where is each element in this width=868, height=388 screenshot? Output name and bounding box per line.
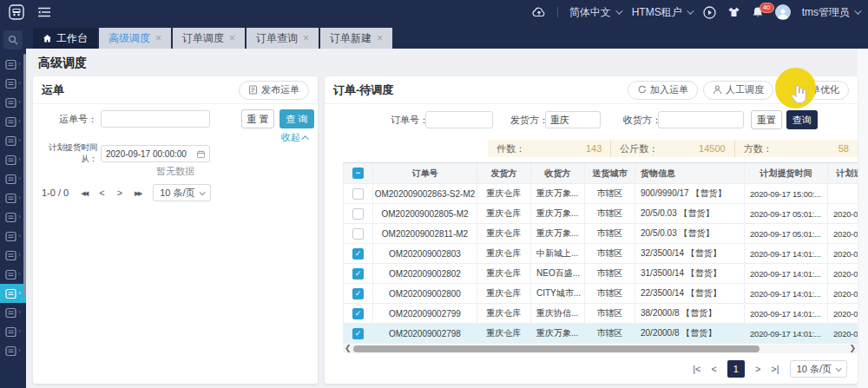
sidebar-search-button[interactable] — [3, 30, 23, 49]
pickup-time-input[interactable]: 2020-09-17 00:00:00 — [101, 145, 210, 162]
waybill-query-button[interactable]: 查 询 — [279, 109, 314, 128]
scroll-right-icon[interactable]: ❯ — [849, 344, 856, 352]
table-row[interactable]: ✓OM202009002800重庆仓库CITY城市...市辖区22/3500/1… — [344, 284, 858, 304]
publish-icon — [248, 85, 258, 95]
notifications-bell-icon[interactable]: 40 — [752, 6, 764, 18]
prev-page-button[interactable]: < — [99, 187, 104, 198]
sidebar-item-6[interactable]: › — [0, 150, 26, 169]
app-logo-truck-icon[interactable] — [8, 3, 25, 21]
sidebar-item-16[interactable]: › — [0, 341, 26, 360]
tab-close-icon[interactable]: × — [377, 32, 383, 44]
first-page-button[interactable]: |< — [693, 364, 700, 374]
column-header[interactable]: 计划提货时间 — [745, 163, 828, 183]
next-page-button[interactable]: > — [755, 364, 760, 374]
sidebar-item-8[interactable]: › — [0, 188, 26, 207]
scroll-left-icon[interactable]: ❮ — [345, 344, 352, 352]
waybill-no-input[interactable] — [101, 110, 210, 128]
user-menu[interactable]: tms管理员 — [802, 5, 859, 20]
horizontal-scrollbar[interactable]: ❮ ❯ — [343, 345, 858, 353]
shipper-input[interactable]: 重庆 — [545, 111, 601, 128]
chevron-down-icon — [836, 365, 842, 372]
publish-waybill-button[interactable]: 发布运单 — [239, 81, 309, 100]
module-icon — [5, 97, 16, 109]
collapse-menu-icon[interactable] — [37, 7, 51, 17]
cell-shipper: 重庆仓库 — [477, 244, 531, 263]
table-row[interactable]: ✓OM202009002798重庆仓库重庆万象...市辖区20/2000/8 【… — [344, 324, 858, 344]
waybill-reset-button[interactable]: 重 置 — [241, 109, 274, 128]
join-waybill-button[interactable]: 加入运单 — [628, 81, 698, 100]
sidebar-item-11[interactable]: › — [0, 246, 26, 265]
column-header[interactable]: 送货城市 — [585, 163, 635, 183]
cell-cargo: 20/5/0.03 【普货】 — [635, 224, 745, 243]
first-page-button[interactable]: ◂◂ — [81, 187, 87, 199]
current-page-button[interactable]: 1 — [727, 360, 745, 378]
sidebar-scrollbar[interactable] — [23, 54, 26, 295]
row-checkbox[interactable]: ✓ — [352, 268, 364, 279]
sidebar-item-13[interactable]: › — [0, 284, 26, 303]
page-size-select[interactable]: 10 条/页 — [153, 184, 210, 201]
row-checkbox[interactable] — [352, 228, 364, 240]
cell-delivery-time: 2020-0 — [828, 224, 858, 243]
scrollbar-thumb[interactable] — [353, 345, 760, 352]
tab-close-icon[interactable]: × — [229, 32, 235, 44]
row-checkbox[interactable]: ✓ — [352, 248, 364, 260]
tab-1[interactable]: 工作台 — [33, 28, 97, 49]
column-header[interactable]: 计划送货时间 — [828, 163, 858, 183]
column-header[interactable]: 发货方 — [477, 163, 531, 183]
sidebar-item-3[interactable]: › — [0, 93, 26, 112]
last-page-button[interactable]: >| — [771, 364, 779, 374]
calendar-icon — [197, 150, 205, 158]
row-checkbox[interactable] — [352, 208, 364, 220]
next-page-button[interactable]: > — [117, 187, 122, 198]
table-row[interactable]: OM202009002805-M2重庆仓库重庆万象...市辖区20/5/0.03… — [344, 204, 858, 224]
cell-pickup-time: 2020-09-17 14:01:... — [745, 244, 828, 263]
cell-shipper: 重庆仓库 — [477, 184, 531, 203]
sidebar-item-4[interactable]: › — [0, 112, 26, 131]
table-row[interactable]: ✓OM202009002802重庆仓库NEO百盛...市辖区31/3500/14… — [344, 264, 858, 284]
cell-shipper: 重庆仓库 — [477, 204, 531, 223]
cell-pickup-time: 2020-09-17 14:01:... — [745, 324, 828, 343]
consignee-input[interactable] — [658, 111, 744, 128]
tab-4[interactable]: 订单查询× — [247, 28, 319, 49]
sidebar-item-2[interactable]: › — [0, 74, 26, 93]
sidebar-item-15[interactable]: › — [0, 322, 26, 341]
sidebar-item-1[interactable]: › — [0, 55, 26, 74]
manual-dispatch-button[interactable]: 人工调度 — [703, 81, 773, 100]
table-row[interactable]: ✓OM202009002803重庆仓库中新城上...市辖区32/3500/14 … — [344, 244, 858, 264]
tab-3[interactable]: 订单调度× — [173, 28, 245, 49]
language-switcher[interactable]: 简体中文 — [569, 5, 621, 20]
orders-reset-button[interactable]: 重置 — [751, 110, 782, 129]
row-checkbox[interactable]: ✓ — [352, 308, 364, 319]
select-all-checkbox[interactable]: − — [352, 168, 364, 179]
orders-query-button[interactable]: 查询 — [786, 110, 818, 129]
table-row[interactable]: OM202009002811-M2重庆仓库重庆万象...市辖区20/5/0.03… — [344, 224, 858, 244]
order-no-input[interactable] — [425, 111, 493, 128]
guide-play-icon[interactable] — [703, 6, 716, 19]
theme-skin-icon[interactable] — [727, 6, 740, 18]
sidebar-item-7[interactable]: › — [0, 169, 26, 188]
chevron-right-icon: › — [18, 156, 21, 163]
tab-close-icon[interactable]: × — [155, 32, 161, 44]
sidebar-item-14[interactable]: › — [0, 303, 26, 322]
column-header[interactable]: 收货方 — [531, 163, 585, 183]
last-page-button[interactable]: ▸▸ — [135, 187, 141, 199]
tenant-switcher[interactable]: HTMS租户 — [632, 5, 692, 20]
column-header[interactable]: 订单号 — [373, 163, 477, 183]
tab-5[interactable]: 订单新建× — [320, 28, 392, 49]
page-size-select[interactable]: 10 条/页 — [790, 360, 847, 378]
prev-page-button[interactable]: < — [711, 364, 716, 374]
column-header[interactable]: 货物信息 — [635, 163, 745, 183]
user-avatar[interactable] — [775, 4, 791, 20]
tab-2[interactable]: 高级调度× — [99, 28, 171, 49]
sidebar-item-5[interactable]: › — [0, 131, 26, 150]
sidebar-item-12[interactable]: › — [0, 265, 26, 284]
upload-cloud-icon[interactable] — [532, 7, 546, 17]
row-checkbox[interactable] — [352, 188, 364, 200]
table-row[interactable]: OM202009002863-S2-M2重庆仓库重庆万象...市辖区900/99… — [344, 184, 858, 204]
sidebar-item-9[interactable]: › — [0, 207, 26, 227]
sidebar-item-10[interactable]: › — [0, 227, 26, 246]
row-checkbox[interactable]: ✓ — [352, 328, 364, 339]
tab-close-icon[interactable]: × — [303, 32, 309, 44]
row-checkbox[interactable]: ✓ — [352, 288, 364, 299]
table-row[interactable]: ✓OM202009002799重庆仓库重庆协信...市辖区38/2000/8 【… — [344, 304, 858, 324]
